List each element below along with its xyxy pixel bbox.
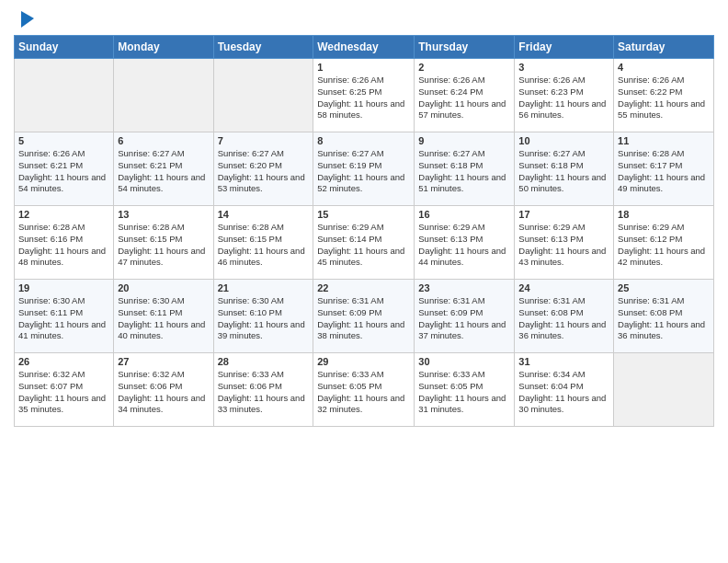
day-number: 22 (317, 282, 410, 293)
sunrise-label: Sunrise: 6:27 AM (218, 148, 284, 158)
day-number: 5 (18, 135, 109, 146)
day-number: 12 (18, 209, 109, 220)
sunset-label: Sunset: 6:12 PM (618, 234, 682, 244)
daylight-label: Daylight: 11 hours and 48 minutes. (18, 246, 106, 268)
calendar-cell: 28 Sunrise: 6:33 AM Sunset: 6:06 PM Dayl… (213, 353, 313, 427)
calendar-cell: 29 Sunrise: 6:33 AM Sunset: 6:05 PM Dayl… (313, 353, 415, 427)
cell-content: Sunrise: 6:27 AM Sunset: 6:18 PM Dayligh… (518, 148, 609, 195)
sunset-label: Sunset: 6:05 PM (317, 381, 381, 391)
cell-content: Sunrise: 6:32 AM Sunset: 6:07 PM Dayligh… (18, 369, 109, 416)
sunset-label: Sunset: 6:24 PM (418, 86, 483, 97)
calendar-cell: 23 Sunrise: 6:31 AM Sunset: 6:09 PM Dayl… (415, 280, 515, 353)
sunrise-label: Sunrise: 6:34 AM (518, 369, 585, 379)
daylight-label: Daylight: 11 hours and 31 minutes. (418, 393, 506, 415)
weekday-header: Thursday (415, 36, 515, 59)
cell-content: Sunrise: 6:33 AM Sunset: 6:05 PM Dayligh… (418, 369, 510, 416)
cell-content: Sunrise: 6:30 AM Sunset: 6:11 PM Dayligh… (118, 295, 209, 342)
day-number: 18 (618, 209, 710, 220)
cell-content: Sunrise: 6:31 AM Sunset: 6:09 PM Dayligh… (418, 295, 510, 342)
calendar-cell: 11 Sunrise: 6:28 AM Sunset: 6:17 PM Dayl… (614, 132, 714, 206)
daylight-label: Daylight: 11 hours and 45 minutes. (317, 246, 404, 268)
daylight-label: Daylight: 11 hours and 42 minutes. (618, 246, 705, 268)
day-number: 29 (317, 356, 410, 367)
calendar-cell: 22 Sunrise: 6:31 AM Sunset: 6:09 PM Dayl… (313, 280, 415, 353)
sunrise-label: Sunrise: 6:29 AM (618, 222, 684, 232)
day-number: 4 (618, 62, 710, 73)
sunset-label: Sunset: 6:15 PM (218, 234, 282, 244)
sunrise-label: Sunrise: 6:33 AM (218, 369, 284, 379)
daylight-label: Daylight: 11 hours and 43 minutes. (518, 246, 606, 268)
sunset-label: Sunset: 6:18 PM (518, 160, 583, 170)
daylight-label: Daylight: 11 hours and 46 minutes. (218, 246, 305, 268)
calendar-cell (614, 353, 714, 427)
calendar-cell: 4 Sunrise: 6:26 AM Sunset: 6:22 PM Dayli… (614, 59, 714, 132)
sunset-label: Sunset: 6:14 PM (317, 234, 381, 244)
sunset-label: Sunset: 6:25 PM (317, 86, 381, 97)
calendar-week-row: 5 Sunrise: 6:26 AM Sunset: 6:21 PM Dayli… (15, 132, 714, 206)
calendar-cell: 18 Sunrise: 6:29 AM Sunset: 6:12 PM Dayl… (614, 206, 714, 280)
sunrise-label: Sunrise: 6:27 AM (118, 148, 184, 158)
day-number: 3 (518, 62, 609, 73)
daylight-label: Daylight: 11 hours and 53 minutes. (218, 172, 305, 194)
day-number: 2 (418, 62, 510, 73)
sunset-label: Sunset: 6:20 PM (218, 160, 282, 170)
cell-content: Sunrise: 6:32 AM Sunset: 6:06 PM Dayligh… (118, 369, 209, 416)
sunrise-label: Sunrise: 6:26 AM (418, 75, 484, 85)
daylight-label: Daylight: 11 hours and 41 minutes. (18, 319, 106, 341)
calendar-cell: 13 Sunrise: 6:28 AM Sunset: 6:15 PM Dayl… (114, 206, 213, 280)
day-number: 9 (418, 135, 510, 146)
day-number: 31 (518, 356, 609, 367)
cell-content: Sunrise: 6:29 AM Sunset: 6:13 PM Dayligh… (518, 222, 609, 269)
sunset-label: Sunset: 6:21 PM (18, 160, 83, 170)
sunrise-label: Sunrise: 6:26 AM (618, 75, 684, 85)
day-number: 6 (118, 135, 209, 146)
calendar-week-row: 1 Sunrise: 6:26 AM Sunset: 6:25 PM Dayli… (15, 59, 714, 132)
cell-content: Sunrise: 6:26 AM Sunset: 6:23 PM Dayligh… (518, 75, 609, 121)
daylight-label: Daylight: 11 hours and 50 minutes. (518, 172, 606, 194)
sunrise-label: Sunrise: 6:27 AM (518, 148, 585, 158)
cell-content: Sunrise: 6:28 AM Sunset: 6:17 PM Dayligh… (618, 148, 710, 195)
sunrise-label: Sunrise: 6:30 AM (218, 295, 284, 305)
day-number: 1 (317, 62, 410, 73)
cell-content: Sunrise: 6:31 AM Sunset: 6:08 PM Dayligh… (518, 295, 609, 342)
day-number: 20 (118, 282, 209, 293)
daylight-label: Daylight: 11 hours and 32 minutes. (317, 393, 404, 415)
calendar-cell: 14 Sunrise: 6:28 AM Sunset: 6:15 PM Dayl… (213, 206, 313, 280)
day-number: 28 (218, 356, 310, 367)
day-number: 15 (317, 209, 410, 220)
page-header (14, 9, 714, 28)
sunset-label: Sunset: 6:23 PM (518, 86, 583, 97)
day-number: 7 (218, 135, 310, 146)
sunrise-label: Sunrise: 6:28 AM (618, 148, 684, 158)
cell-content: Sunrise: 6:27 AM Sunset: 6:20 PM Dayligh… (218, 148, 310, 195)
sunrise-label: Sunrise: 6:28 AM (18, 222, 85, 232)
cell-content: Sunrise: 6:27 AM Sunset: 6:19 PM Dayligh… (317, 148, 410, 195)
sunset-label: Sunset: 6:08 PM (518, 307, 583, 317)
sunset-label: Sunset: 6:17 PM (618, 160, 682, 170)
day-number: 16 (418, 209, 510, 220)
calendar-cell: 7 Sunrise: 6:27 AM Sunset: 6:20 PM Dayli… (213, 132, 313, 206)
day-number: 26 (18, 356, 109, 367)
sunset-label: Sunset: 6:13 PM (418, 234, 483, 244)
daylight-label: Daylight: 11 hours and 54 minutes. (18, 172, 106, 194)
calendar-cell: 15 Sunrise: 6:29 AM Sunset: 6:14 PM Dayl… (313, 206, 415, 280)
sunrise-label: Sunrise: 6:31 AM (618, 295, 684, 305)
sunrise-label: Sunrise: 6:27 AM (418, 148, 484, 158)
daylight-label: Daylight: 11 hours and 38 minutes. (317, 319, 404, 341)
sunrise-label: Sunrise: 6:28 AM (218, 222, 284, 232)
sunset-label: Sunset: 6:06 PM (118, 381, 182, 391)
calendar-cell: 19 Sunrise: 6:30 AM Sunset: 6:11 PM Dayl… (15, 280, 114, 353)
day-number: 30 (418, 356, 510, 367)
cell-content: Sunrise: 6:30 AM Sunset: 6:10 PM Dayligh… (218, 295, 310, 342)
calendar-cell: 24 Sunrise: 6:31 AM Sunset: 6:08 PM Dayl… (515, 280, 614, 353)
sunrise-label: Sunrise: 6:26 AM (317, 75, 383, 85)
cell-content: Sunrise: 6:31 AM Sunset: 6:08 PM Dayligh… (618, 295, 710, 342)
sunrise-label: Sunrise: 6:27 AM (317, 148, 383, 158)
daylight-label: Daylight: 11 hours and 30 minutes. (518, 393, 606, 415)
sunset-label: Sunset: 6:13 PM (518, 234, 583, 244)
calendar-week-row: 26 Sunrise: 6:32 AM Sunset: 6:07 PM Dayl… (15, 353, 714, 427)
calendar-cell: 30 Sunrise: 6:33 AM Sunset: 6:05 PM Dayl… (415, 353, 515, 427)
sunset-label: Sunset: 6:21 PM (118, 160, 182, 170)
calendar-cell: 25 Sunrise: 6:31 AM Sunset: 6:08 PM Dayl… (614, 280, 714, 353)
sunrise-label: Sunrise: 6:29 AM (518, 222, 585, 232)
